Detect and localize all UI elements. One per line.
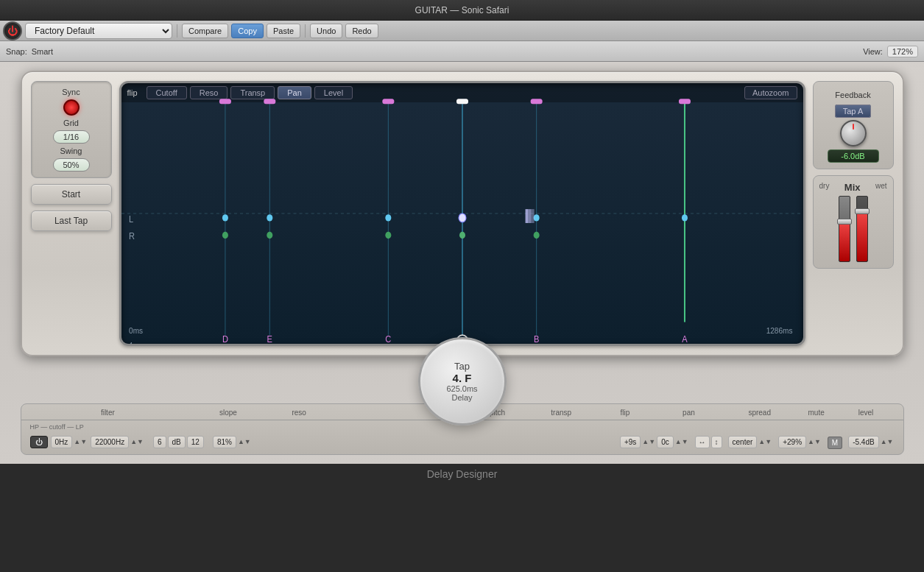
param-inputs-row: ⏻ 0Hz ▲▼ 22000Hz ▲▼ 6 dB 12	[21, 434, 903, 450]
left-controls: Sync Grid 1/16 Swing 50% Start Last Tap	[31, 81, 112, 346]
filter-sublabel: HP — cutoff — LP	[30, 423, 84, 431]
right-controls: Feedback Tap A -6.0dB dry Mix wet	[813, 81, 894, 346]
undo-button[interactable]: Undo	[310, 24, 342, 38]
copy-button[interactable]: Copy	[231, 24, 264, 38]
pan-arrows[interactable]: ▲▼	[758, 438, 772, 445]
sync-led[interactable]	[63, 99, 80, 116]
power-button[interactable]: ⏻	[3, 21, 22, 40]
feedback-label: Feedback	[835, 91, 870, 99]
tap-note: 4. F	[453, 372, 472, 384]
svg-text:0ms: 0ms	[129, 325, 143, 335]
svg-rect-30	[382, 99, 394, 104]
filter-hz-val[interactable]: 0Hz	[51, 436, 73, 448]
filter-hz-wrap: 0Hz ▲▼	[51, 436, 88, 448]
tap-a-button[interactable]: Tap A	[835, 105, 872, 118]
level-arrows[interactable]: ▲▼	[880, 438, 895, 445]
level-header: level	[838, 409, 895, 417]
start-button[interactable]: Start	[31, 184, 112, 205]
svg-point-11	[385, 232, 391, 239]
flip-v-btn[interactable]: ↕	[711, 436, 722, 448]
sync-label: Sync	[62, 88, 80, 96]
grid-label: Grid	[63, 119, 79, 127]
snap-label: Snap:	[6, 47, 27, 56]
dry-slider-track[interactable]	[839, 196, 850, 262]
feedback-knob-wrap: -6.0dB	[819, 120, 887, 163]
svg-point-10	[385, 214, 391, 221]
toolbar: ⏻ Factory Default Compare Copy Paste Und…	[0, 21, 924, 41]
last-tap-button[interactable]: Last Tap	[31, 211, 112, 231]
tap-circle[interactable]: Tap 4. F 625.0ms Delay	[418, 337, 507, 426]
svg-rect-23	[531, 209, 534, 223]
spread-arrows[interactable]: ▲▼	[807, 438, 822, 445]
reso-header: reso	[271, 409, 328, 417]
reso-val[interactable]: 81%	[213, 436, 236, 448]
filter-khz-wrap: 22000Hz ▲▼	[91, 436, 144, 448]
filter-power-btn[interactable]: ⏻	[30, 436, 48, 448]
bottom-row: Tap 4. F 625.0ms Delay filter slope reso…	[21, 359, 904, 455]
dry-slider-fill	[839, 222, 850, 261]
svg-text:L: L	[129, 213, 133, 225]
pan-val[interactable]: center	[728, 436, 758, 448]
wet-label: wet	[875, 182, 887, 193]
svg-point-20	[533, 232, 539, 239]
slope-unit-val: dB	[168, 436, 186, 448]
svg-point-19	[533, 214, 539, 221]
slope-val: 12	[187, 436, 204, 448]
mute-wrap: M	[828, 435, 842, 448]
display-screen: flip Cutoff Reso Transp Pan Level Autozo…	[119, 81, 805, 346]
snap-value: Smart	[32, 47, 53, 56]
slope-wrap: 6 dB 12	[153, 436, 204, 448]
filter-hz-up[interactable]: ▲▼	[73, 438, 88, 445]
wet-slider-track[interactable]	[856, 196, 868, 262]
tap-label: Tap	[454, 361, 470, 372]
feedback-group: Feedback Tap A -6.0dB	[813, 81, 894, 169]
feedback-knob-container	[840, 120, 867, 146]
redo-button[interactable]: Redo	[345, 24, 378, 38]
svg-text:R: R	[129, 231, 135, 242]
svg-rect-28	[219, 99, 230, 104]
transp-val[interactable]: +9s	[620, 436, 641, 448]
grid-value[interactable]: 1/16	[53, 130, 90, 144]
feedback-knob[interactable]	[840, 120, 867, 146]
spread-val[interactable]: +29%	[778, 436, 806, 448]
mute-val[interactable]: M	[828, 437, 842, 449]
plugin-container: Sync Grid 1/16 Swing 50% Start Last Tap …	[21, 71, 904, 356]
svg-point-14	[458, 213, 465, 222]
level-wrap: -5.4dB ▲▼	[848, 436, 894, 448]
filter-khz-up[interactable]: ▲▼	[130, 438, 144, 445]
reso-wrap: 81% ▲▼	[213, 436, 252, 448]
mute-header: mute	[795, 409, 838, 417]
svg-text:C: C	[385, 333, 391, 344]
feedback-db-display: -6.0dB	[828, 149, 879, 163]
dry-slider-thumb[interactable]	[837, 219, 852, 225]
svg-rect-21	[525, 209, 528, 223]
view-label: View:	[863, 47, 883, 56]
tap-ms: 625.0ms	[446, 384, 477, 393]
main-display-wrapper: flip Cutoff Reso Transp Pan Level Autozo…	[119, 81, 805, 346]
filter-khz-val[interactable]: 22000Hz	[91, 436, 129, 448]
app-label: Delay Designer	[0, 464, 924, 484]
level-val[interactable]: -5.4dB	[848, 436, 878, 448]
svg-point-6	[267, 214, 272, 221]
svg-text:D: D	[222, 333, 228, 344]
preset-dropdown[interactable]: Factory Default	[25, 23, 172, 39]
mix-sliders	[819, 196, 887, 262]
window-title: GUITAR — Sonic Safari	[6, 5, 918, 15]
wet-slider-fill	[857, 213, 867, 261]
transp-header: transp	[526, 409, 596, 417]
flip-h-btn[interactable]: ↔	[695, 436, 710, 448]
view-percent: 172%	[887, 46, 918, 57]
transp-val2[interactable]: 0c	[657, 436, 674, 448]
transp-down[interactable]: ▲▼	[674, 438, 689, 445]
paste-button[interactable]: Paste	[267, 24, 300, 38]
wet-slider-thumb[interactable]	[855, 208, 870, 214]
transp-wrap: +9s ▲▼ 0c ▲▼	[620, 436, 689, 448]
svg-point-3	[222, 232, 228, 239]
plugin-area: Sync Grid 1/16 Swing 50% Start Last Tap …	[0, 62, 924, 464]
reso-arrows[interactable]: ▲▼	[237, 438, 252, 445]
swing-value[interactable]: 50%	[53, 158, 90, 172]
svg-text:4: 4	[129, 341, 133, 344]
transp-up[interactable]: ▲▼	[641, 438, 656, 445]
compare-button[interactable]: Compare	[182, 24, 228, 38]
mix-group: dry Mix wet	[813, 175, 894, 269]
